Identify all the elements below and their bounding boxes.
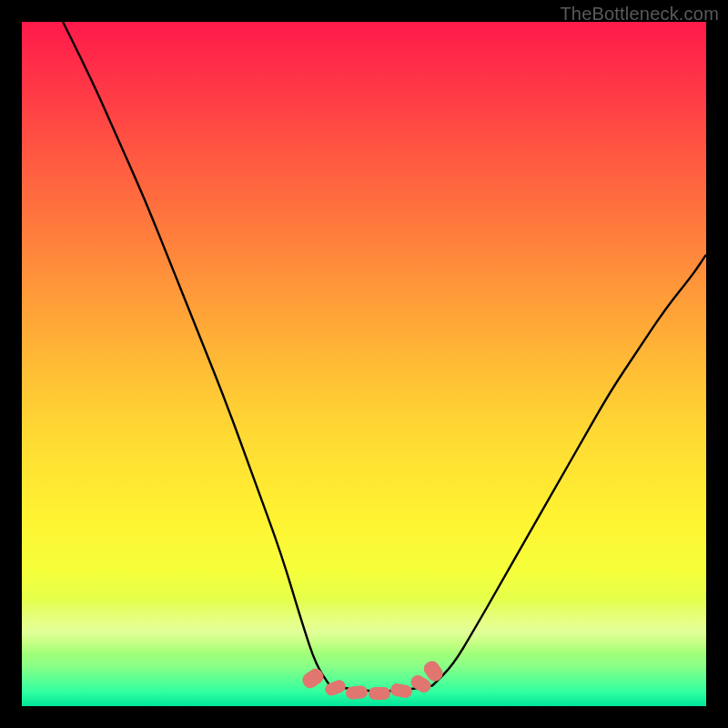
floor-blob — [323, 679, 347, 698]
floor-blob — [346, 685, 369, 700]
bottleneck-curve — [22, 22, 706, 706]
highlight-band — [22, 599, 706, 653]
chart-area — [22, 22, 706, 706]
floor-blob — [389, 682, 413, 699]
floor-blob — [369, 687, 390, 700]
floor-blob — [299, 666, 327, 692]
curve-path — [63, 22, 706, 692]
watermark-text: TheBottleneck.com — [560, 4, 719, 25]
